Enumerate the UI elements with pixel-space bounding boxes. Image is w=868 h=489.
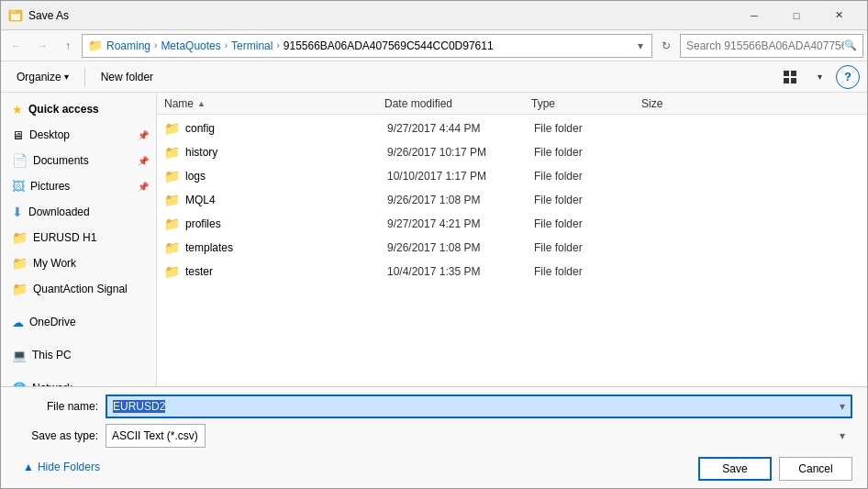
sidebar-item-pictures[interactable]: 🖼 Pictures 📌	[1, 173, 156, 199]
filename-row: File name:	[16, 395, 852, 418]
savetype-row: Save as type: ASCII Text (*.csv)	[16, 424, 852, 448]
forward-button[interactable]: →	[30, 34, 54, 58]
file-list-body: 📁 config 9/27/2017 4:44 PM File folder 📁…	[157, 115, 867, 386]
maximize-button[interactable]: □	[775, 1, 818, 30]
savetype-select[interactable]: ASCII Text (*.csv)	[106, 424, 206, 448]
main-area: ★ Quick access 🖥 Desktop 📌 📄 Documents 📌…	[1, 93, 867, 386]
mywork-folder-icon: 📁	[12, 256, 28, 271]
bc-metaquotes[interactable]: MetaQuotes	[161, 39, 220, 52]
organize-button[interactable]: Organize ▾	[8, 65, 77, 89]
up-button[interactable]: ↑	[56, 34, 80, 58]
bottom-bar: File name: Save as type: ASCII Text (*.c…	[1, 386, 867, 488]
search-icon: 🔍	[844, 39, 857, 51]
table-row[interactable]: 📁 templates 9/26/2017 1:08 PM File folde…	[157, 236, 867, 260]
filename-input[interactable]	[106, 395, 852, 418]
folder-icon: 📁	[164, 169, 180, 183]
organize-dropdown-icon: ▾	[64, 72, 69, 82]
breadcrumb-path[interactable]: 📁 Roaming › MetaQuotes › Terminal › 9155…	[82, 34, 652, 58]
svg-rect-4	[791, 71, 796, 76]
close-button[interactable]: ✕	[818, 1, 860, 30]
filename-label: File name:	[16, 400, 98, 413]
help-button[interactable]: ?	[836, 65, 860, 89]
col-type-header[interactable]: Type	[531, 97, 641, 110]
savetype-select-wrapper: ASCII Text (*.csv)	[106, 424, 852, 448]
pictures-icon: 🖼	[12, 179, 25, 194]
hide-folders-arrow: ▲	[23, 461, 34, 473]
toolbar: Organize ▾ New folder ▾ ?	[1, 61, 867, 93]
save-button[interactable]: Save	[698, 457, 772, 481]
sidebar-item-network[interactable]: 🌐 Network	[1, 375, 156, 386]
table-row[interactable]: 📁 profiles 9/27/2017 4:21 PM File folder	[157, 212, 867, 236]
sidebar-item-desktop[interactable]: 🖥 Desktop 📌	[1, 122, 156, 148]
folder-icon: 📁	[164, 264, 180, 279]
refresh-button[interactable]: ↻	[654, 34, 678, 58]
pin-icon-pictures: 📌	[138, 182, 149, 192]
folder-icon: 📁	[164, 121, 180, 136]
save-as-dialog: Save As ─ □ ✕ ← → ↑ 📁 Roaming › MetaQuot…	[0, 0, 868, 489]
sidebar-item-thispc[interactable]: 💻 This PC	[1, 342, 156, 368]
folder-icon: 📁	[164, 217, 180, 231]
title-bar: Save As ─ □ ✕	[1, 1, 867, 30]
sidebar-item-quantaction[interactable]: 📁 QuantAction Signal	[1, 276, 156, 302]
minimize-button[interactable]: ─	[733, 1, 775, 30]
breadcrumb-bar: ← → ↑ 📁 Roaming › MetaQuotes › Terminal …	[1, 30, 867, 61]
bc-current: 915566BA06ADA407569C544CC0D97611	[284, 39, 494, 52]
table-row[interactable]: 📁 config 9/27/2017 4:44 PM File folder	[157, 117, 867, 140]
table-row[interactable]: 📁 MQL4 9/26/2017 1:08 PM File folder	[157, 188, 867, 212]
sidebar-item-downloaded[interactable]: ⬇ Downloaded	[1, 199, 156, 225]
table-row[interactable]: 📁 logs 10/10/2017 1:17 PM File folder	[157, 164, 867, 188]
sidebar-quick-access[interactable]: ★ Quick access	[1, 96, 156, 122]
cancel-button[interactable]: Cancel	[779, 457, 852, 481]
table-row[interactable]: 📁 tester 10/4/2017 1:35 PM File folder	[157, 260, 867, 283]
pin-icon-desktop: 📌	[138, 130, 149, 140]
desktop-icon: 🖥	[12, 128, 24, 142]
folder-icon: 📁	[164, 240, 180, 255]
hide-folders-button[interactable]: ▲ Hide Folders	[16, 459, 107, 475]
onedrive-icon: ☁	[12, 316, 24, 329]
sort-arrow: ▲	[197, 99, 206, 108]
svg-rect-2	[11, 10, 16, 13]
pc-icon: 💻	[12, 349, 27, 362]
file-list: Name ▲ Date modified Type Size 📁 config …	[157, 93, 867, 386]
action-buttons: Save Cancel	[698, 457, 852, 481]
view-button[interactable]	[777, 65, 803, 89]
bc-roaming[interactable]: Roaming	[106, 39, 150, 52]
sidebar-item-mywork[interactable]: 📁 My Work	[1, 250, 156, 276]
col-date-header[interactable]: Date modified	[384, 97, 531, 110]
sidebar-item-onedrive[interactable]: ☁ OneDrive	[1, 309, 156, 335]
title-bar-buttons: ─ □ ✕	[733, 1, 860, 30]
folder-icon: 📁	[164, 193, 180, 207]
star-icon: ★	[12, 103, 23, 117]
quantaction-folder-icon: 📁	[12, 282, 28, 296]
savetype-label: Save as type:	[16, 429, 98, 442]
svg-rect-1	[11, 14, 20, 20]
pin-icon-documents: 📌	[138, 156, 149, 166]
sidebar: ★ Quick access 🖥 Desktop 📌 📄 Documents 📌…	[1, 93, 157, 386]
new-folder-button[interactable]: New folder	[93, 65, 161, 89]
folder-icon: 📁	[164, 145, 180, 160]
download-icon: ⬇	[12, 205, 23, 219]
sidebar-item-documents[interactable]: 📄 Documents 📌	[1, 148, 156, 173]
file-list-header: Name ▲ Date modified Type Size	[157, 93, 867, 115]
dialog-icon	[8, 8, 23, 23]
table-row[interactable]: 📁 history 9/26/2017 10:17 PM File folder	[157, 140, 867, 164]
sidebar-item-eurusd[interactable]: 📁 EURUSD H1	[1, 225, 156, 250]
documents-icon: 📄	[12, 153, 28, 168]
bc-dropdown-arrow[interactable]: ▾	[635, 39, 646, 52]
eurusd-folder-icon: 📁	[12, 230, 28, 245]
bc-terminal[interactable]: Terminal	[231, 39, 273, 52]
breadcrumb-folder-icon: 📁	[88, 39, 103, 52]
back-button[interactable]: ←	[5, 34, 28, 58]
svg-rect-5	[784, 78, 789, 83]
search-box[interactable]: 🔍	[680, 34, 863, 58]
toolbar-separator	[84, 68, 85, 86]
col-name-header[interactable]: Name ▲	[164, 97, 384, 110]
title-bar-text: Save As	[28, 9, 733, 22]
col-size-header[interactable]: Size	[641, 97, 715, 110]
svg-rect-3	[784, 71, 789, 76]
view-dropdown-button[interactable]: ▾	[807, 65, 832, 89]
svg-rect-6	[791, 78, 796, 83]
toolbar-right: ▾ ?	[777, 65, 860, 89]
filename-input-wrapper	[106, 395, 852, 418]
search-input[interactable]	[686, 39, 844, 52]
